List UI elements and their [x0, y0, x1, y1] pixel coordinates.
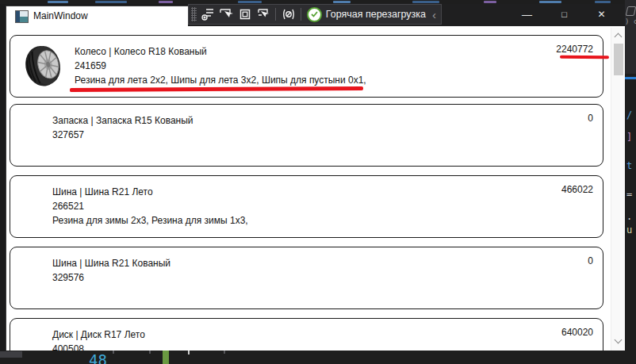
scroll-up-icon[interactable] [615, 33, 622, 40]
item-value: 640020 [561, 327, 593, 338]
code-fragment: . [626, 211, 632, 222]
scroll-down-icon[interactable] [615, 337, 622, 344]
item-id: 329576 [52, 270, 170, 285]
window-title: MainWindow [33, 10, 88, 21]
code-fragment: ] [626, 132, 632, 143]
toolbar-grip-icon[interactable] [191, 7, 197, 21]
scrollbar-thumb[interactable] [614, 44, 623, 75]
toolbar-separator [275, 8, 276, 21]
list-item[interactable]: Диск | Диск R17 Лето 400508 640020 [10, 318, 603, 351]
changed-line-indicator [163, 351, 169, 364]
item-materials: Резина для зимы 2x3, Резина для зимы 1x3… [52, 213, 248, 228]
maximize-button[interactable]: □ [546, 4, 583, 25]
xaml-binding-failures-icon[interactable] [279, 6, 297, 23]
item-title: Шина | Шина R21 Кованый [52, 256, 170, 270]
main-window: MainWindow [6, 6, 625, 351]
background-text-fragment: ) c [625, 17, 636, 25]
background-block [0, 351, 22, 358]
code-fragment: / [626, 109, 632, 121]
background-blue-bar [625, 77, 636, 79]
enable-selection-icon[interactable] [217, 6, 236, 23]
code-fragment: t [626, 160, 632, 171]
item-id: 327657 [52, 128, 193, 142]
toolbar-separator [301, 8, 301, 21]
close-button[interactable]: ✕ [583, 4, 620, 25]
window-controls: — □ ✕ [508, 4, 620, 25]
annotation-underline-value [560, 56, 609, 59]
app-icon [15, 10, 29, 23]
track-focused-element-icon[interactable] [254, 6, 272, 23]
item-title: Диск | Диск R17 Лето [52, 328, 145, 342]
item-id: 241659 [75, 59, 366, 73]
item-value: 0 [588, 255, 593, 266]
titlebar-dark-region: Горячая перезагрузка ‹ — □ ✕ [188, 4, 625, 26]
hot-reload-status-check-icon [307, 7, 321, 22]
background-code-strip-bottom: 48 returnmaterialString; [0, 351, 636, 364]
editor-code-line: returnmaterialString; [262, 352, 461, 364]
hot-reload-label: Горячая перезагрузка [326, 9, 426, 20]
collapse-toolbar-chevron-icon[interactable]: ‹ [432, 8, 436, 21]
item-materials: Резина для лета 2x2, Шипы для лета 3x2, … [75, 73, 366, 87]
go-to-live-visual-tree-icon[interactable] [199, 6, 217, 23]
code-fragment: u [626, 224, 632, 236]
item-value: 2240772 [556, 44, 593, 55]
background-icon-fragment [626, 6, 636, 16]
minimize-button[interactable]: — [508, 4, 546, 25]
display-layout-adorners-icon[interactable] [236, 6, 254, 23]
item-value: 466022 [561, 184, 593, 195]
item-value: 0 [588, 113, 593, 124]
xaml-debug-toolbar: Горячая перезагрузка ‹ [188, 4, 442, 25]
list-item[interactable]: Шина | Шина R21 Лето 266521 Резина для з… [10, 175, 603, 238]
item-title: Колесо | Колесо R18 Кованый [75, 44, 366, 59]
vertical-scrollbar[interactable] [611, 28, 625, 351]
tire-image [21, 42, 68, 89]
list-item[interactable]: Шина | Шина R21 Кованый 329576 0 [10, 247, 603, 309]
item-title: Шина | Шина R21 Лето [52, 185, 248, 199]
editor-line-number: 48 [89, 351, 107, 364]
list-item[interactable]: Запаска | Запаска R15 Кованый 327657 0 [10, 104, 603, 167]
item-id: 266521 [52, 199, 248, 213]
code-fragment: = [626, 189, 632, 200]
item-id: 400508 [52, 342, 145, 351]
background-code-strip-right: ) c / ] t = . u [625, 0, 636, 364]
item-title: Запаска | Запаска R15 Кованый [52, 113, 193, 128]
